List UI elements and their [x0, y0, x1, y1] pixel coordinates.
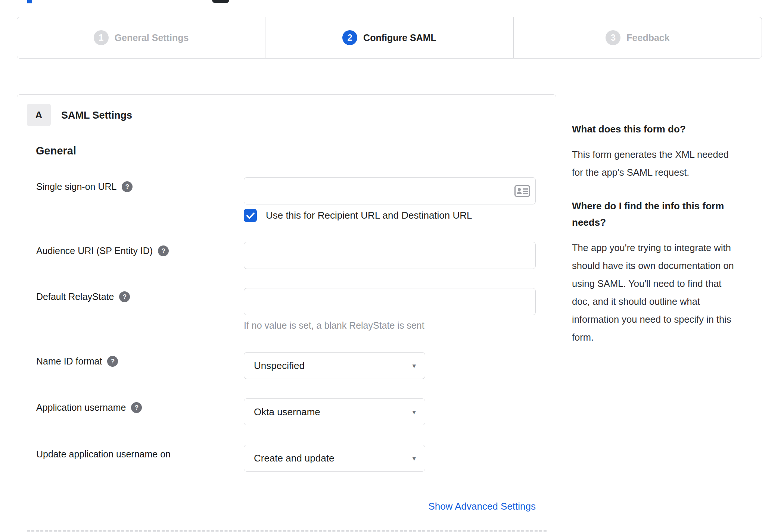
sso-url-help-icon[interactable]: ? [122, 181, 133, 192]
chevron-down-icon: ▾ [412, 362, 416, 369]
update-username-select[interactable]: Create and update ▾ [244, 445, 425, 472]
wizard-stepper: 1 General Settings 2 Configure SAML 3 Fe… [17, 17, 762, 59]
app-username-value: Okta username [254, 406, 320, 418]
name-id-format-label: Name ID format [36, 356, 102, 367]
update-username-label-row: Update application username on [36, 449, 171, 460]
section-title: SAML Settings [61, 109, 132, 122]
checkmark-icon [246, 212, 255, 219]
relay-state-label-row: Default RelayState ? [36, 291, 130, 302]
help-q1-body: This form generates the XML needed for t… [572, 145, 766, 181]
cropped-header-fragment-pill [212, 0, 229, 3]
section-dashed-divider [27, 530, 547, 532]
recipient-url-checkbox-label: Use this for Recipient URL and Destinati… [266, 210, 472, 221]
app-username-select[interactable]: Okta username ▾ [244, 398, 425, 425]
audience-uri-help-icon[interactable]: ? [158, 245, 169, 256]
step-1-label: General Settings [115, 32, 189, 43]
name-id-format-label-row: Name ID format ? [36, 356, 118, 367]
show-advanced-settings-link[interactable]: Show Advanced Settings [428, 501, 536, 512]
update-username-label: Update application username on [36, 449, 171, 460]
relay-state-input[interactable] [244, 288, 536, 315]
sso-url-label: Single sign-on URL [36, 181, 116, 192]
step-general-settings[interactable]: 1 General Settings [17, 17, 265, 58]
chevron-down-icon: ▾ [412, 455, 416, 462]
help-q2-title: Where do I find the info this form needs… [572, 198, 766, 231]
step-3-label: Feedback [626, 32, 669, 43]
step-1-number-badge: 1 [94, 30, 109, 45]
recipient-url-checkbox[interactable] [244, 209, 257, 222]
recipient-url-checkbox-row: Use this for Recipient URL and Destinati… [244, 209, 472, 222]
chevron-down-icon: ▾ [412, 409, 416, 416]
cropped-header-fragment-icon [27, 0, 32, 3]
relay-state-hint: If no value is set, a blank RelayState i… [244, 320, 424, 331]
app-username-help-icon[interactable]: ? [131, 402, 142, 413]
step-feedback[interactable]: 3 Feedback [513, 17, 762, 58]
audience-uri-input[interactable] [244, 242, 536, 269]
relay-state-label: Default RelayState [36, 291, 114, 302]
name-id-format-select[interactable]: Unspecified ▾ [244, 352, 425, 379]
sso-url-label-row: Single sign-on URL ? [36, 181, 133, 192]
app-username-label: Application username [36, 402, 126, 413]
help-q1-title: What does this form do? [572, 121, 766, 137]
help-sidebar: What does this form do? This form genera… [572, 121, 766, 346]
name-id-format-help-icon[interactable]: ? [107, 356, 118, 367]
help-q2-body: The app you're trying to integrate with … [572, 239, 766, 346]
relay-state-help-icon[interactable]: ? [119, 291, 130, 302]
step-2-label: Configure SAML [363, 32, 436, 43]
name-id-format-value: Unspecified [254, 360, 305, 372]
section-a-badge: A [27, 104, 51, 126]
audience-uri-label: Audience URI (SP Entity ID) [36, 245, 153, 256]
update-username-value: Create and update [254, 453, 334, 464]
step-3-number-badge: 3 [606, 30, 620, 45]
saml-configuration-screen: 1 General Settings 2 Configure SAML 3 Fe… [0, 0, 781, 532]
app-username-label-row: Application username ? [36, 402, 142, 413]
step-2-number-badge: 2 [342, 30, 357, 45]
sso-url-input[interactable] [244, 177, 536, 204]
general-group-heading: General [36, 145, 76, 157]
audience-uri-label-row: Audience URI (SP Entity ID) ? [36, 245, 169, 256]
step-configure-saml[interactable]: 2 Configure SAML [265, 17, 513, 58]
